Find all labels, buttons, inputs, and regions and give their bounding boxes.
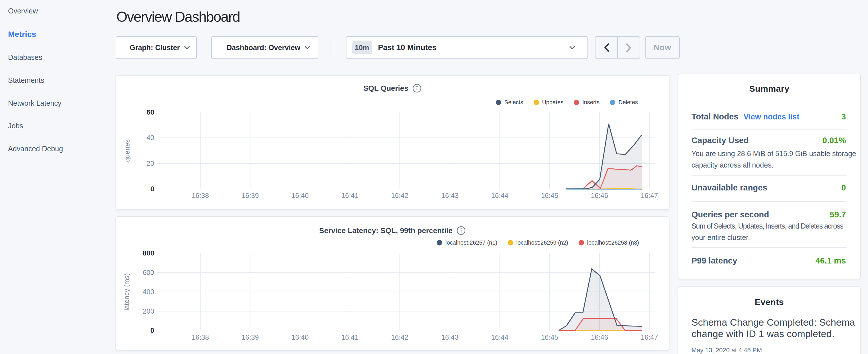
svg-text:20: 20 (147, 160, 154, 167)
svg-text:16:43: 16:43 (441, 192, 459, 199)
svg-text:16:41: 16:41 (341, 333, 359, 341)
svg-text:0: 0 (150, 185, 154, 193)
svg-text:16:39: 16:39 (242, 192, 259, 199)
svg-text:16:45: 16:45 (541, 333, 558, 341)
svg-text:16:44: 16:44 (491, 333, 508, 341)
svg-text:16:41: 16:41 (341, 192, 359, 199)
svg-text:queries: queries (123, 139, 131, 162)
svg-text:400: 400 (143, 288, 154, 296)
svg-text:600: 600 (143, 269, 154, 277)
svg-text:16:38: 16:38 (192, 192, 209, 199)
svg-text:40: 40 (147, 134, 154, 141)
svg-text:200: 200 (143, 307, 154, 315)
svg-text:16:39: 16:39 (242, 333, 259, 341)
svg-text:16:45: 16:45 (541, 192, 558, 199)
svg-text:16:46: 16:46 (591, 333, 608, 341)
svg-text:16:47: 16:47 (641, 192, 658, 199)
svg-text:16:40: 16:40 (291, 333, 309, 341)
svg-text:16:47: 16:47 (641, 333, 658, 341)
svg-text:16:44: 16:44 (491, 192, 508, 199)
svg-text:16:46: 16:46 (591, 192, 608, 199)
svg-text:latency (ms): latency (ms) (123, 273, 130, 311)
svg-text:60: 60 (147, 108, 154, 116)
svg-text:800: 800 (143, 249, 154, 257)
svg-text:16:42: 16:42 (391, 192, 408, 199)
svg-text:16:38: 16:38 (192, 333, 209, 341)
svg-text:16:40: 16:40 (291, 192, 309, 199)
svg-text:16:42: 16:42 (391, 333, 408, 341)
svg-text:0: 0 (150, 326, 154, 334)
svg-text:16:43: 16:43 (441, 333, 459, 341)
